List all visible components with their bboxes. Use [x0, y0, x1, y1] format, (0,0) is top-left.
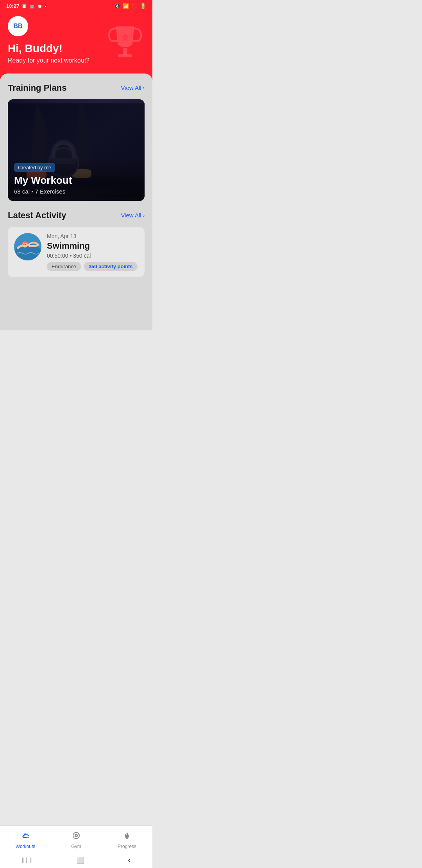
training-plans-view-all[interactable]: View All ›: [121, 84, 145, 91]
latest-activity-header: Latest Activity View All ›: [8, 210, 145, 221]
latest-activity-section: Latest Activity View All ›: [0, 207, 152, 283]
svg-point-9: [14, 244, 41, 260]
avatar: BB: [8, 16, 28, 36]
chevron-right-icon-2: ›: [143, 212, 145, 218]
main-content: Training Plans View All ›: [0, 74, 152, 330]
activity-points-tag: 350 activity points: [84, 262, 138, 271]
card-info-overlay: Created by me My Workout 68 cal • 7 Exer…: [8, 157, 145, 201]
training-plans-header: Training Plans View All ›: [8, 83, 145, 93]
latest-activity-title: Latest Activity: [8, 210, 66, 221]
activity-stats: 00:50:00 • 350 cal: [47, 253, 138, 259]
android-icon: 🤖: [29, 4, 35, 9]
activity-date: Mon, Apr 13: [47, 233, 138, 239]
wifi-icon: 📶: [123, 3, 129, 9]
status-left: 10:27 📋 🤖 ⏰ ·: [6, 3, 46, 9]
latest-activity-view-all[interactable]: View All ›: [121, 212, 145, 219]
header: BB Hi, Buddy! Ready for your next workou…: [0, 11, 152, 80]
svg-rect-1: [118, 54, 132, 57]
endurance-tag: Endurance: [47, 262, 81, 271]
dot-icon: ·: [45, 4, 46, 9]
avatar-initials: BB: [13, 23, 22, 30]
training-card[interactable]: Created by me My Workout 68 cal • 7 Exer…: [8, 99, 145, 201]
trophy-icon: [106, 23, 145, 64]
clock-icon: ⏰: [37, 4, 43, 9]
activity-image: [14, 233, 41, 260]
chevron-right-icon: ›: [143, 85, 145, 91]
activity-info: Mon, Apr 13 Swimming 00:50:00 • 350 cal …: [47, 233, 138, 271]
training-plans-title: Training Plans: [8, 83, 66, 93]
status-bar: 10:27 📋 🤖 ⏰ · 🔇 📶 🚫 🔋: [0, 0, 152, 11]
activity-card[interactable]: Mon, Apr 13 Swimming 00:50:00 • 350 cal …: [8, 227, 145, 277]
clipboard-icon: 📋: [21, 4, 27, 9]
status-right: 🔇 📶 🚫 🔋: [114, 3, 146, 9]
card-title: My Workout: [14, 174, 138, 187]
battery-icon: 🔋: [140, 3, 146, 9]
status-time: 10:27: [6, 3, 19, 9]
card-badge: Created by me: [14, 163, 55, 172]
card-meta: 68 cal • 7 Exercises: [14, 188, 138, 195]
svg-rect-0: [123, 48, 127, 55]
mute-icon: 🔇: [114, 3, 120, 9]
activity-tags: Endurance 350 activity points: [47, 262, 138, 271]
training-plans-section: Training Plans View All ›: [0, 74, 152, 207]
block-icon: 🚫: [131, 3, 138, 9]
activity-name: Swimming: [47, 241, 138, 251]
